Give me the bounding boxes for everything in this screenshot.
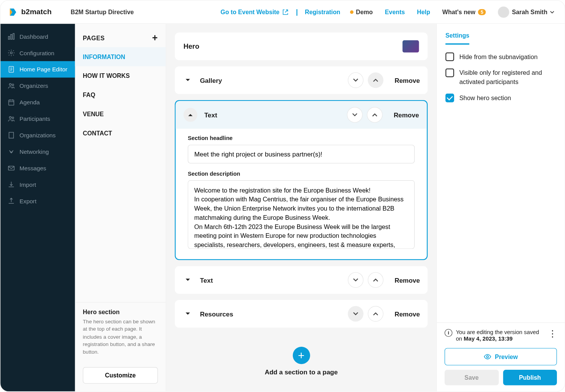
headline-input[interactable]	[188, 145, 415, 163]
sidebar-item-participants[interactable]: Participants	[0, 110, 75, 127]
svg-rect-10	[9, 100, 14, 105]
checkbox[interactable]	[446, 53, 454, 61]
description-textarea[interactable]: Welcome to the registration site for the…	[188, 180, 415, 249]
checkbox-label: Show hero section	[459, 94, 511, 103]
move-down-button[interactable]	[348, 72, 363, 88]
expand-toggle[interactable]	[183, 75, 193, 85]
whats-new-badge: 5	[478, 9, 486, 15]
whats-new-link[interactable]: What's new5	[440, 8, 489, 15]
doc-icon	[7, 66, 15, 73]
sidebar-item-organizers[interactable]: Organizers	[0, 77, 75, 94]
checkbox-label: Hide from the subnavigation	[459, 53, 538, 62]
remove-button[interactable]: Remove	[395, 310, 420, 318]
move-up-button[interactable]	[368, 306, 383, 322]
svg-rect-16	[9, 132, 13, 138]
svg-rect-0	[8, 36, 10, 40]
preview-button[interactable]: Preview	[444, 348, 557, 365]
page-item-faq[interactable]: FAQ	[75, 86, 165, 105]
canvas: Hero GalleryRemoveTextRemoveSection head…	[166, 24, 436, 391]
brand-logo[interactable]: b2match	[8, 7, 51, 17]
calendar-icon	[7, 99, 15, 106]
version-text: You are editing the version saved on May…	[456, 329, 545, 342]
avatar	[498, 6, 509, 17]
add-section-button[interactable]: +	[292, 347, 310, 364]
topbar: b2match B2M Startup Directive Go to Even…	[0, 0, 565, 24]
sidebar-item-home-page-editor[interactable]: Home Page Editor	[0, 61, 75, 77]
users-icon	[7, 115, 15, 122]
status-dot-icon	[350, 10, 353, 14]
svg-point-8	[9, 84, 11, 86]
remove-button[interactable]: Remove	[395, 276, 420, 283]
page-item-information[interactable]: INFORMATION	[75, 47, 165, 66]
mail-icon	[7, 164, 15, 172]
svg-point-9	[12, 84, 13, 86]
registration-link[interactable]: Registration	[305, 8, 340, 15]
handshake-icon	[7, 148, 15, 155]
remove-button[interactable]: Remove	[394, 111, 419, 119]
customize-button[interactable]: Customize	[83, 367, 158, 384]
move-down-button[interactable]	[347, 107, 363, 123]
checkbox[interactable]	[446, 94, 454, 102]
export-icon	[7, 197, 15, 205]
gear-icon	[7, 49, 15, 57]
chevron-down-icon	[550, 11, 554, 13]
sidebar-item-networking[interactable]: Networking	[0, 143, 75, 160]
hero-info-title: Hero section	[83, 309, 158, 316]
events-link[interactable]: Events	[382, 8, 407, 15]
sidebar: DashboardConfigurationHome Page EditorOr…	[0, 24, 75, 391]
users-icon	[7, 82, 15, 90]
checkbox[interactable]	[446, 69, 454, 77]
settings-panel: Settings Hide from the subnavigationVisi…	[436, 24, 565, 391]
svg-rect-1	[11, 35, 12, 40]
help-link[interactable]: Help	[415, 8, 433, 15]
sidebar-item-organizations[interactable]: Organizations	[0, 127, 75, 143]
section-label: Resources	[200, 310, 344, 318]
sidebar-item-export[interactable]: Export	[0, 193, 75, 209]
hero-title: Hero	[183, 43, 199, 50]
sidebar-item-messages[interactable]: Messages	[0, 160, 75, 176]
expand-toggle[interactable]	[183, 309, 193, 319]
pages-panel: PAGES + INFORMATIONHOW IT WORKSFAQVENUEC…	[75, 24, 166, 391]
page-item-contact[interactable]: CONTACT	[75, 124, 165, 143]
move-up-button[interactable]	[367, 107, 383, 123]
publish-button[interactable]: Publish	[503, 370, 557, 385]
section-label: Text	[204, 111, 342, 119]
demo-link[interactable]: Demo	[347, 8, 375, 15]
sidebar-item-dashboard[interactable]: Dashboard	[0, 28, 75, 44]
page-item-venue[interactable]: VENUE	[75, 104, 165, 124]
move-down-button	[348, 306, 363, 322]
svg-point-15	[12, 117, 13, 119]
external-link-icon	[282, 8, 289, 15]
hero-info-desc: The hero section can be shown at the top…	[83, 318, 158, 356]
remove-button[interactable]: Remove	[395, 76, 420, 84]
hero-card[interactable]: Hero	[175, 33, 428, 60]
add-page-button[interactable]: +	[152, 33, 158, 43]
hero-info: Hero section The hero section can be sho…	[75, 302, 165, 362]
move-up-button[interactable]	[368, 272, 383, 288]
more-menu-button[interactable]: ⋮	[548, 329, 557, 338]
info-icon: i	[444, 329, 452, 337]
sidebar-item-configuration[interactable]: Configuration	[0, 44, 75, 61]
section-card: TextRemoveSection headlineSection descri…	[175, 100, 428, 260]
go-to-website-link[interactable]: Go to Event Website	[221, 8, 289, 15]
import-icon	[7, 181, 15, 188]
chart-icon	[7, 33, 15, 40]
user-menu[interactable]: Sarah Smith	[496, 6, 557, 17]
pages-title: PAGES	[83, 35, 105, 41]
building-icon	[7, 131, 15, 139]
user-name: Sarah Smith	[512, 8, 547, 15]
eye-icon	[484, 353, 491, 361]
collapse-toggle[interactable]	[183, 108, 197, 122]
event-title: B2M Startup Directive	[71, 8, 134, 15]
brand-icon	[8, 7, 18, 17]
expand-toggle[interactable]	[183, 275, 193, 285]
sidebar-item-agenda[interactable]: Agenda	[0, 94, 75, 110]
save-button[interactable]: Save	[444, 370, 499, 385]
settings-tab[interactable]: Settings	[446, 32, 469, 45]
sidebar-item-import[interactable]: Import	[0, 176, 75, 193]
brand-text: b2match	[21, 8, 51, 16]
page-item-how-it-works[interactable]: HOW IT WORKS	[75, 66, 165, 86]
move-down-button[interactable]	[348, 272, 363, 288]
hero-thumbnail	[403, 40, 419, 53]
checkbox-label: Visible only for registered and activate…	[459, 69, 556, 87]
